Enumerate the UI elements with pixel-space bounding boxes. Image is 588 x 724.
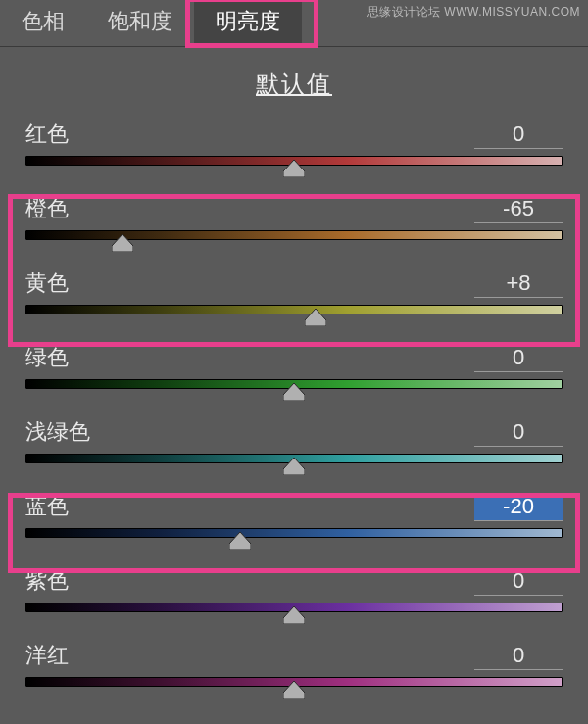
slider-row-yellow: 黄色+8 [25, 266, 563, 331]
slider-thumb-magenta[interactable] [283, 681, 305, 699]
tab-saturation[interactable]: 饱和度 [86, 0, 194, 46]
slider-track-purple[interactable] [25, 600, 563, 629]
slider-row-purple: 紫色0 [25, 564, 563, 629]
svg-marker-4 [283, 458, 305, 475]
slider-row-red: 红色0 [25, 118, 563, 182]
svg-marker-1 [112, 234, 133, 252]
slider-value-yellow[interactable]: +8 [474, 270, 563, 298]
slider-thumb-red[interactable] [283, 160, 305, 177]
slider-label-aqua: 浅绿色 [25, 417, 90, 447]
svg-marker-2 [305, 309, 326, 326]
sliders-panel: 红色0橙色-65黄色+8绿色0浅绿色0蓝色-20紫色0洋红0 [0, 118, 588, 703]
slider-row-magenta: 洋红0 [25, 639, 563, 703]
slider-thumb-orange[interactable] [112, 234, 133, 252]
slider-value-blue[interactable]: -20 [474, 494, 563, 521]
slider-thumb-green[interactable] [283, 383, 305, 401]
slider-track-blue[interactable] [25, 525, 563, 555]
tab-luminance[interactable]: 明亮度 [194, 0, 302, 46]
slider-value-red[interactable]: 0 [474, 121, 563, 149]
slider-row-aqua: 浅绿色0 [25, 415, 563, 480]
slider-label-orange: 橙色 [25, 194, 69, 223]
slider-value-aqua[interactable]: 0 [474, 419, 563, 447]
slider-track-yellow[interactable] [25, 302, 563, 331]
slider-label-yellow: 黄色 [25, 268, 69, 298]
slider-label-blue: 蓝色 [25, 492, 69, 521]
svg-marker-5 [229, 532, 251, 550]
slider-label-magenta: 洋红 [25, 641, 69, 670]
slider-label-purple: 紫色 [25, 566, 69, 596]
svg-marker-0 [283, 160, 305, 177]
svg-marker-7 [283, 681, 305, 699]
slider-track-aqua[interactable] [25, 451, 563, 480]
svg-marker-3 [283, 383, 305, 401]
slider-row-green: 绿色0 [25, 341, 563, 406]
slider-track-green[interactable] [25, 376, 563, 406]
watermark-text: 思缘设计论坛 WWW.MISSYUAN.COM [368, 4, 581, 21]
slider-track-orange[interactable] [25, 227, 563, 257]
default-row: 默认值 [0, 47, 588, 118]
slider-row-orange: 橙色-65 [25, 192, 563, 257]
default-preset-link[interactable]: 默认值 [256, 71, 332, 97]
slider-value-purple[interactable]: 0 [474, 568, 563, 596]
tab-hue[interactable]: 色相 [0, 0, 86, 46]
slider-label-red: 红色 [25, 120, 69, 149]
slider-row-blue: 蓝色-20 [25, 490, 563, 555]
svg-marker-6 [283, 606, 305, 624]
slider-thumb-aqua[interactable] [283, 458, 305, 475]
slider-thumb-purple[interactable] [283, 606, 305, 624]
slider-label-green: 绿色 [25, 343, 69, 372]
slider-track-magenta[interactable] [25, 674, 563, 703]
slider-value-orange[interactable]: -65 [474, 196, 563, 223]
slider-thumb-yellow[interactable] [305, 309, 326, 326]
slider-value-magenta[interactable]: 0 [474, 643, 563, 670]
slider-track-red[interactable] [25, 153, 563, 182]
slider-thumb-blue[interactable] [229, 532, 251, 550]
slider-value-green[interactable]: 0 [474, 345, 563, 372]
